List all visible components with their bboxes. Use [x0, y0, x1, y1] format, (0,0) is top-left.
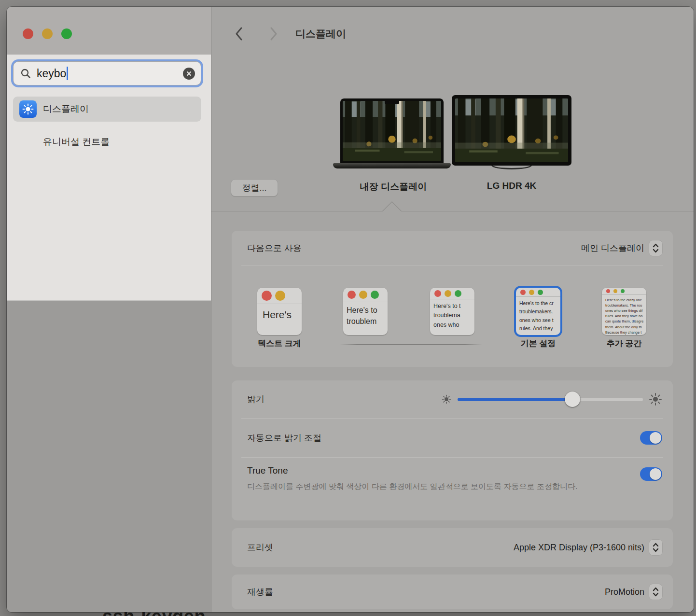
- text-caret: [67, 67, 68, 80]
- use-as-label: 다음으로 사용: [247, 242, 302, 254]
- use-as-value: 메인 디스플레이: [581, 242, 644, 254]
- scaling-scale-line: [340, 344, 482, 345]
- brightness-slider-knob[interactable]: [565, 392, 580, 407]
- mini-window-chrome: [516, 288, 560, 297]
- refresh-rate-popup-button[interactable]: [649, 584, 662, 600]
- laptop-notch: [385, 101, 399, 104]
- close-button[interactable]: [23, 28, 33, 39]
- chevron-left-icon: [235, 27, 243, 41]
- auto-brightness-toggle[interactable]: [640, 431, 662, 445]
- mini-window-chrome: [343, 288, 388, 302]
- auto-brightness-label: 자동으로 밝기 조절: [247, 432, 321, 444]
- scaling-label-more-space: 추가 공간: [585, 338, 663, 349]
- true-tone-description: 디스플레이를 주변광에 맞춰 색상이 다른 환경에서도 일관적으로 보이도록 자…: [247, 481, 607, 493]
- search-result-universal-control[interactable]: 유니버설 컨트롤: [43, 136, 110, 148]
- external-display-thumbnail[interactable]: [452, 95, 571, 166]
- toggle-knob: [650, 432, 661, 444]
- preset-card: 프리셋 Apple XDR Display (P3-1600 nits): [232, 528, 673, 567]
- scaling-option-larger-text[interactable]: Here's: [257, 288, 302, 335]
- search-icon: [20, 68, 31, 79]
- true-tone-label: True Tone: [247, 465, 662, 476]
- search-result-displays[interactable]: 디스플레이: [13, 97, 201, 122]
- mini-window-chrome: [602, 288, 646, 295]
- preset-popup-button[interactable]: [649, 540, 662, 555]
- search-results-panel: keybo: [7, 55, 211, 301]
- scaling-option-3[interactable]: Here's to t troublema ones who: [430, 288, 474, 335]
- refresh-rate-label: 재생률: [247, 586, 273, 598]
- mini-window-text: Here's to the crazy one troublemakers. T…: [602, 295, 646, 335]
- preset-value: Apple XDR Display (P3-1600 nits): [514, 543, 644, 553]
- scaling-option-more-space[interactable]: Here's to the crazy one troublemakers. T…: [602, 288, 646, 335]
- page-title: 디스플레이: [295, 27, 346, 41]
- up-down-chevrons-icon: [653, 243, 659, 253]
- mini-window-text: Here's: [257, 304, 302, 323]
- display-mode-card: 다음으로 사용 메인 디스플레이 Here's: [232, 231, 673, 367]
- use-as-popup-button[interactable]: [649, 240, 662, 256]
- brightness-high-icon: [649, 392, 662, 406]
- arrange-button[interactable]: 정렬...: [231, 179, 278, 196]
- scaling-label-default: 기본 설정: [500, 338, 577, 349]
- mini-window-chrome: [257, 288, 302, 304]
- sidebar: keybo: [7, 7, 211, 612]
- minimize-button[interactable]: [42, 28, 53, 39]
- builtin-display-label: 내장 디스플레이: [333, 181, 454, 193]
- sidebar-titlebar: [7, 7, 211, 55]
- system-settings-window: keybo: [7, 7, 694, 612]
- mini-window-chrome: [430, 288, 474, 299]
- external-display-label: LG HDR 4K: [451, 181, 572, 191]
- brightness-slider[interactable]: [458, 398, 643, 401]
- refresh-rate-card: 재생률 ProMotion: [232, 574, 673, 609]
- search-result-label: 디스플레이: [43, 103, 89, 115]
- preset-label: 프리셋: [247, 542, 273, 553]
- forest-wallpaper: [343, 101, 441, 161]
- refresh-rate-value: ProMotion: [605, 587, 644, 597]
- up-down-chevrons-icon: [653, 587, 659, 597]
- selected-display-callout-arrow: [382, 201, 402, 211]
- scaling-label-larger-text: 텍스트 크게: [241, 338, 318, 349]
- main-panel: 디스플레이 내장 디스플레이 LG HDR 4K 정렬... 다음으로 사용 메…: [211, 7, 694, 612]
- brightness-label: 밝기: [247, 393, 264, 405]
- mini-window-text: Here's to the cr troublemakers. ones who…: [516, 297, 560, 333]
- up-down-chevrons-icon: [653, 543, 659, 552]
- scaling-option-default[interactable]: Here's to the cr troublemakers. ones who…: [516, 288, 560, 335]
- section-divider: [211, 211, 694, 211]
- true-tone-toggle[interactable]: [640, 467, 662, 481]
- forward-button[interactable]: [267, 26, 280, 42]
- brightness-card: 밝기: [232, 380, 673, 520]
- chevron-right-icon: [269, 27, 278, 41]
- row-divider: [241, 266, 663, 266]
- forest-wallpaper: [455, 98, 568, 162]
- display-brightness-icon: [19, 100, 37, 118]
- scaling-option-2[interactable]: Here's to troublem: [343, 288, 388, 335]
- zoom-button[interactable]: [61, 28, 72, 39]
- brightness-low-icon: [441, 394, 452, 405]
- brightness-slider-fill: [458, 398, 572, 401]
- mini-window-text: Here's to t troublema ones who: [430, 299, 474, 330]
- builtin-display-thumbnail[interactable]: [340, 98, 444, 163]
- back-button[interactable]: [233, 26, 245, 42]
- search-input[interactable]: keybo: [13, 61, 201, 85]
- clear-search-icon[interactable]: [183, 68, 195, 80]
- mini-window-text: Here's to troublem: [343, 302, 388, 327]
- toggle-knob: [650, 468, 661, 480]
- laptop-base: [333, 163, 451, 168]
- search-query-text: keybo: [37, 67, 66, 80]
